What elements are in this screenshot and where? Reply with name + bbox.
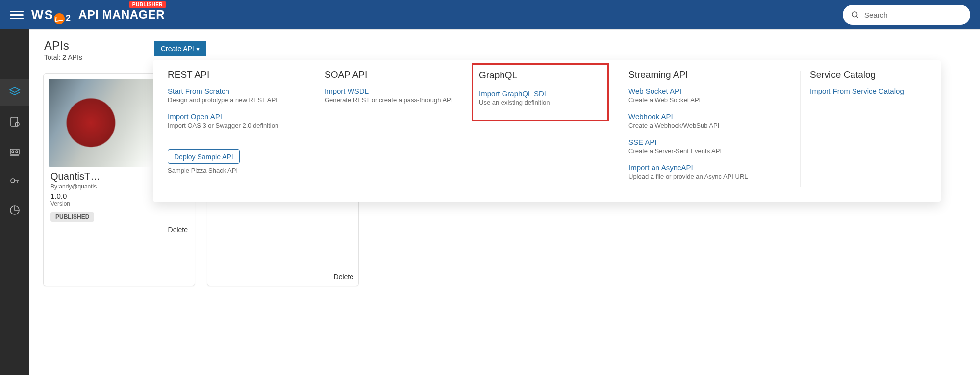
import-open-api-link[interactable]: Import Open API [168, 112, 222, 121]
top-header: WS2 PUBLISHER API MANAGER [0, 0, 980, 29]
left-sidebar [0, 29, 29, 375]
key-icon [9, 175, 21, 187]
sidebar-item-config[interactable] [0, 108, 29, 135]
delete-button[interactable]: Delete [334, 273, 353, 281]
webhook-api-desc: Create a Webhook/WebSub API [628, 122, 795, 130]
web-socket-api-link[interactable]: Web Socket API [628, 87, 681, 95]
create-api-dropdown: REST API Start From Scratch Design and p… [153, 60, 941, 202]
graphql-highlight-box: GraphQL Import GraphQL SDL Use an existi… [472, 63, 609, 121]
streaming-heading: Streaming API [628, 69, 795, 80]
sidebar-item-analytics[interactable] [0, 196, 29, 224]
import-wsdl-link[interactable]: Import WSDL [325, 87, 369, 95]
import-asyncapi-link[interactable]: Import an AsyncAPI [628, 163, 693, 172]
sidebar-item-apis[interactable] [0, 79, 29, 106]
service-catalog-heading: Service Catalog [810, 69, 921, 80]
svg-rect-3 [11, 117, 18, 126]
dropdown-col-graphql: GraphQL Import GraphQL SDL Use an existi… [472, 69, 619, 189]
svg-point-6 [12, 151, 14, 153]
publisher-badge: PUBLISHER [129, 1, 166, 8]
deploy-sample-desc: Sample Pizza Shack API [168, 167, 310, 174]
import-open-api-desc: Import OAS 3 or Swagger 2.0 definition [168, 122, 310, 130]
search-input[interactable] [864, 11, 962, 19]
dropdown-col-streaming: Streaming API Web Socket API Create a We… [628, 69, 800, 189]
dropdown-col-service-catalog: Service Catalog Import From Service Cata… [810, 69, 926, 189]
svg-point-0 [852, 12, 857, 17]
soap-heading: SOAP API [325, 69, 457, 80]
sidebar-item-keys[interactable] [0, 167, 29, 194]
product-title: PUBLISHER API MANAGER [78, 8, 165, 22]
graphql-heading: GraphQL [479, 70, 604, 80]
import-graphql-sdl-desc: Use an existing definition [479, 99, 604, 107]
status-badge: PUBLISHED [50, 212, 94, 222]
delete-button[interactable]: Delete [168, 226, 188, 234]
dropdown-col-rest: REST API Start From Scratch Design and p… [168, 69, 315, 189]
start-from-scratch-link[interactable]: Start From Scratch [168, 87, 229, 95]
import-asyncapi-desc: Upload a file or provide an Async API UR… [628, 173, 795, 181]
hamburger-menu-button[interactable] [10, 8, 24, 22]
import-graphql-sdl-link[interactable]: Import GraphQL SDL [479, 89, 548, 98]
sidebar-item-platform[interactable] [0, 137, 29, 165]
file-gear-icon [9, 116, 21, 128]
dropdown-col-soap: SOAP API Import WSDL Generate REST or cr… [325, 69, 462, 189]
deploy-sample-api-button[interactable]: Deploy Sample API [168, 149, 240, 164]
wso2-logo: WS2 [31, 7, 71, 23]
rest-heading: REST API [168, 69, 310, 80]
create-api-button[interactable]: Create API ▾ [154, 41, 206, 56]
webhook-api-link[interactable]: Webhook API [628, 112, 673, 121]
pie-icon [9, 204, 21, 216]
search-box[interactable] [843, 5, 970, 25]
machine-gear-icon [9, 145, 21, 157]
svg-point-7 [16, 151, 18, 153]
web-socket-api-desc: Create a Web Socket API [628, 96, 795, 105]
search-icon [851, 10, 859, 19]
sse-api-link[interactable]: SSE API [628, 138, 657, 146]
divider [168, 138, 276, 138]
main-content: APIs Total: 2 APIs Create API ▾ QuantisT… [29, 29, 980, 375]
svg-point-8 [11, 179, 15, 183]
product-name-text: API MANAGER [78, 8, 165, 21]
brand-area: WS2 PUBLISHER API MANAGER [31, 7, 165, 23]
layers-icon [9, 86, 21, 98]
sse-api-desc: Create a Server-Sent Events API [628, 147, 795, 156]
svg-line-1 [856, 16, 858, 18]
import-wsdl-desc: Generate REST or create a pass-through A… [325, 96, 457, 105]
import-from-service-catalog-link[interactable]: Import From Service Catalog [810, 87, 904, 95]
svg-marker-2 [10, 87, 20, 92]
start-from-scratch-desc: Design and prototype a new REST API [168, 96, 310, 105]
